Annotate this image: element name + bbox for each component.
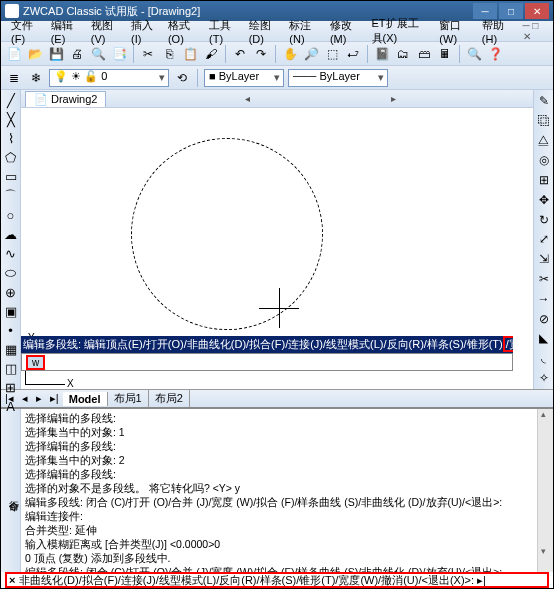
menu-edit[interactable]: 编辑(E) — [45, 16, 85, 47]
array-icon[interactable]: ⊞ — [535, 171, 553, 189]
table-icon[interactable]: ⊞ — [2, 379, 20, 396]
menu-bar: 文件(F) 编辑(E) 视图(V) 插入(I) 格式(O) 工具(T) 绘图(D… — [1, 21, 553, 41]
menu-file[interactable]: 文件(F) — [5, 16, 45, 47]
tab-nav-left-icon[interactable]: ◂ — [242, 93, 253, 104]
publish-icon[interactable]: 📑 — [110, 45, 128, 63]
move-icon[interactable]: ✥ — [535, 191, 553, 209]
layer-prev-icon[interactable]: ⟲ — [173, 69, 191, 87]
tab-layout2[interactable]: 布局2 — [149, 390, 190, 407]
copy2-icon[interactable]: ⿻ — [535, 112, 553, 130]
rectangle-icon[interactable]: ▭ — [2, 168, 20, 185]
layer-toolbar: ≣ ❄ 💡 ☀ 🔓 0 ⟲ ■ ByLayer ─── ByLayer — [1, 65, 553, 89]
calc-icon[interactable]: 🖩 — [436, 45, 454, 63]
new-icon[interactable]: 📄 — [5, 45, 23, 63]
menu-help[interactable]: 帮助(H) — [476, 16, 517, 47]
model-layout-tabs: |◂ ◂ ▸ ▸| Model 布局1 布局2 — [1, 389, 553, 407]
break-icon[interactable]: ⊘ — [535, 310, 553, 328]
layer-state-icon[interactable]: ❄ — [27, 69, 45, 87]
command-log-text[interactable]: 选择编辑的多段线: 选择集当中的对象: 1 选择编辑的多段线: 选择集当中的对象… — [21, 409, 537, 572]
document-tab[interactable]: 📄 Drawing2 — [25, 91, 106, 107]
spline-icon[interactable]: ∿ — [2, 245, 20, 262]
menu-dim[interactable]: 标注(N) — [283, 16, 324, 47]
print-icon[interactable]: 🖨 — [68, 45, 86, 63]
revcloud-icon[interactable]: ☁ — [2, 226, 20, 243]
menu-modify[interactable]: 修改(M) — [324, 16, 366, 47]
pline-icon[interactable]: ⌇ — [2, 130, 20, 147]
command-prompt-overlay: 编辑多段线: 编辑顶点(E)/打开(O)/非曲线化(D)/拟合(F)/连接(J)… — [21, 336, 513, 353]
cmdline-text: 非曲线化(D)/拟合(F)/连接(J)/线型模式(L)/反向(R)/样条(S)/… — [19, 573, 486, 588]
fillet-icon[interactable]: ◟ — [535, 349, 553, 367]
properties-icon[interactable]: 📓 — [373, 45, 391, 63]
open-icon[interactable]: 📂 — [26, 45, 44, 63]
menu-et[interactable]: ET扩展工具(X) — [366, 14, 434, 48]
stretch-icon[interactable]: ⇲ — [535, 250, 553, 268]
layer-select[interactable]: 💡 ☀ 🔓 0 — [49, 69, 169, 87]
menu-format[interactable]: 格式(O) — [162, 16, 203, 47]
menu-insert[interactable]: 插入(I) — [125, 16, 162, 47]
cut-icon[interactable]: ✂ — [139, 45, 157, 63]
line-icon[interactable]: ╱ — [2, 92, 20, 109]
matchprop-icon[interactable]: 🖌 — [202, 45, 220, 63]
pan-icon[interactable]: ✋ — [281, 45, 299, 63]
menu-view[interactable]: 视图(V) — [85, 16, 125, 47]
erase-icon[interactable]: ✎ — [535, 92, 553, 110]
command-input-line[interactable]: × 非曲线化(D)/拟合(F)/连接(J)/线型模式(L)/反向(R)/样条(S… — [5, 572, 549, 588]
region-icon[interactable]: ◫ — [2, 360, 20, 377]
command-log-title: 命令行 — [1, 409, 21, 572]
zoom-prev-icon[interactable]: ⮐ — [344, 45, 362, 63]
log-scrollbar[interactable] — [537, 409, 553, 572]
insert-icon[interactable]: ⊕ — [2, 284, 20, 301]
tab-model[interactable]: Model — [63, 392, 108, 406]
block-icon[interactable]: ▣ — [2, 303, 20, 320]
copy-icon[interactable]: ⎘ — [160, 45, 178, 63]
tab-last-icon[interactable]: ▸| — [46, 392, 63, 405]
redo-icon[interactable]: ↷ — [252, 45, 270, 63]
designcenter-icon[interactable]: 🗂 — [394, 45, 412, 63]
save-icon[interactable]: 💾 — [47, 45, 65, 63]
scale-icon[interactable]: ⤢ — [535, 231, 553, 249]
find-icon[interactable]: 🔍 — [465, 45, 483, 63]
cmdline-close-icon[interactable]: × — [9, 574, 15, 586]
drawn-circle — [131, 138, 323, 330]
polygon-icon[interactable]: ⬠ — [2, 149, 20, 166]
ellipse-icon[interactable]: ⬭ — [2, 264, 20, 282]
explode-icon[interactable]: ✧ — [535, 369, 553, 387]
tab-prev-icon[interactable]: ◂ — [18, 392, 32, 405]
drawing-canvas[interactable]: Y X 编辑多段线: 编辑顶点(E)/打开(O)/非曲线化(D)/拟合(F)/连… — [21, 108, 533, 389]
tab-next-icon[interactable]: ▸ — [32, 392, 46, 405]
menu-draw[interactable]: 绘图(D) — [243, 16, 284, 47]
modify-toolbar: ✎ ⿻ ⧋ ◎ ⊞ ✥ ↻ ⤢ ⇲ ✂ → ⊘ ◣ ◟ ✧ — [533, 90, 553, 389]
point-icon[interactable]: • — [2, 322, 20, 339]
chamfer-icon[interactable]: ◣ — [535, 330, 553, 348]
xline-icon[interactable]: ╳ — [2, 111, 20, 128]
tab-layout1[interactable]: 布局1 — [108, 390, 149, 407]
toolpal-icon[interactable]: 🗃 — [415, 45, 433, 63]
tab-nav-right-icon[interactable]: ▸ — [388, 93, 399, 104]
color-select[interactable]: ■ ByLayer — [204, 69, 284, 87]
extend-icon[interactable]: → — [535, 290, 553, 308]
help-icon[interactable]: ❓ — [486, 45, 504, 63]
preview-icon[interactable]: 🔍 — [89, 45, 107, 63]
layer-manager-icon[interactable]: ≣ — [5, 69, 23, 87]
zoom-win-icon[interactable]: ⬚ — [323, 45, 341, 63]
menu-tools[interactable]: 工具(T) — [203, 16, 243, 47]
mirror-icon[interactable]: ⧋ — [535, 132, 553, 150]
mdi-controls[interactable]: ─ □ ✕ — [517, 18, 550, 44]
rotate-icon[interactable]: ↻ — [535, 211, 553, 229]
command-log-panel: 命令行 选择编辑的多段线: 选择集当中的对象: 1 选择编辑的多段线: 选择集当… — [1, 407, 553, 572]
zoom-rt-icon[interactable]: 🔎 — [302, 45, 320, 63]
draw-toolbar: ╱ ╳ ⌇ ⬠ ▭ ⌒ ○ ☁ ∿ ⬭ ⊕ ▣ • ▦ ◫ ⊞ A — [1, 90, 21, 389]
trim-icon[interactable]: ✂ — [535, 270, 553, 288]
hatch-icon[interactable]: ▦ — [2, 341, 20, 358]
text-icon[interactable]: A — [2, 398, 20, 415]
menu-window[interactable]: 窗口(W) — [433, 16, 476, 47]
close-button[interactable]: ✕ — [525, 3, 549, 19]
undo-icon[interactable]: ↶ — [231, 45, 249, 63]
arc-icon[interactable]: ⌒ — [2, 187, 20, 205]
paste-icon[interactable]: 📋 — [181, 45, 199, 63]
offset-icon[interactable]: ◎ — [535, 151, 553, 169]
command-input-overlay[interactable]: w — [21, 353, 513, 371]
linetype-select[interactable]: ─── ByLayer — [288, 69, 388, 87]
circle-icon[interactable]: ○ — [2, 207, 20, 224]
